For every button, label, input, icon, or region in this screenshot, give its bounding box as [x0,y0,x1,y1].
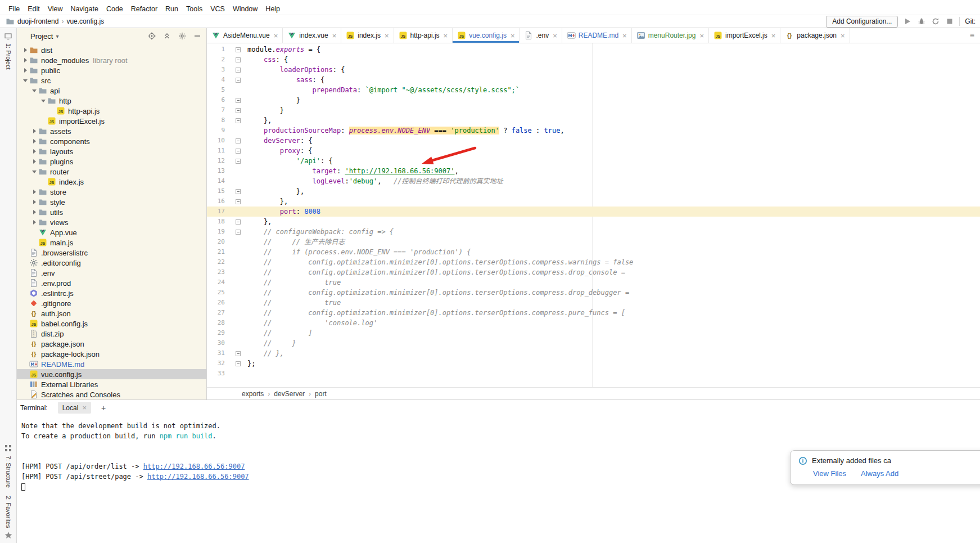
terminal-link[interactable]: http://192.168.66.56:9007 [143,463,245,470]
fold-icon[interactable] [236,98,241,103]
chevron-right-icon[interactable] [30,129,38,133]
refresh-icon[interactable] [931,17,940,26]
terminal-link[interactable]: http://192.168.66.56:9007 [147,473,249,481]
close-icon[interactable]: × [385,32,389,40]
tree-item-src[interactable]: src [17,75,206,86]
close-icon[interactable]: × [841,32,845,40]
breadcrumb-item[interactable]: duoji-frontend [17,17,58,25]
code-line[interactable]: 26 // true [207,298,980,308]
play-icon[interactable] [903,17,912,26]
code-line[interactable]: 10 devServer: { [207,136,980,146]
tool-button-7-structure[interactable]: 7: Structure [4,444,13,488]
fold-icon[interactable] [236,351,241,356]
tree-item-assets[interactable]: assets [17,126,206,136]
fold-icon[interactable] [236,159,241,164]
tab-http-api-js[interactable]: JShttp-api.js× [394,28,453,43]
tree-item-node_modules[interactable]: node_moduleslibrary root [17,55,206,65]
tree-item-importexcel-js[interactable]: JSimportExcel.js [17,116,206,126]
tool-button-1-project[interactable]: 1: Project [4,32,13,69]
close-icon[interactable]: × [332,32,337,40]
menu-item-vcs[interactable]: VCS [206,4,229,14]
code-line[interactable]: 14 logLevel:'debug', //控制台终端打印代理前的真实地址 [207,176,980,186]
tree-item-components[interactable]: components [17,136,206,146]
hide-icon[interactable] [193,32,202,41]
chevron-down-icon[interactable] [21,79,29,82]
tree-item--editorconfig[interactable]: .editorconfig [17,258,206,268]
code-line[interactable]: 31 // }, [207,348,980,358]
code-line[interactable]: 23 // config.optimization.minimizer[0].o… [207,267,980,277]
tree-item-app-vue[interactable]: App.vue [17,227,206,237]
menu-item-file[interactable]: File [4,4,24,14]
tree-item-package-lock-json[interactable]: {}package-lock.json [17,349,206,359]
menu-item-tools[interactable]: Tools [182,4,206,14]
tree-item--env[interactable]: .env [17,268,206,278]
tree-item-vue-config-js[interactable]: JSvue.config.js [17,369,206,379]
tree-item-package-json[interactable]: {}package.json [17,339,206,349]
new-terminal-button[interactable]: + [99,403,108,412]
tree-item--eslintrc-js[interactable]: .eslintrc.js [17,288,206,298]
tree-item-http[interactable]: http [17,96,206,106]
tab-list-icon[interactable]: ≡ [964,31,980,40]
fold-icon[interactable] [236,219,241,225]
code-line[interactable]: 13 target: 'http://192.168.66.56:9007', [207,166,980,176]
code-line[interactable]: 12 '/api': { [207,156,980,166]
tab-package-json[interactable]: {}package.json× [780,28,850,43]
tree-item-api[interactable]: api [17,86,206,96]
tab-importexcel-js[interactable]: JSimportExcel.js× [709,28,780,43]
tab-menurouter-jpg[interactable]: menuRouter.jpg× [632,28,709,43]
tree-item-layouts[interactable]: layouts [17,146,206,156]
chevron-right-icon[interactable] [30,210,38,214]
close-icon[interactable]: × [699,32,704,40]
menu-item-window[interactable]: Window [229,4,261,14]
code-line[interactable]: 30 // } [207,338,980,348]
tree-item-store[interactable]: store [17,187,206,197]
close-icon[interactable]: × [553,32,557,40]
tree-item-auth-json[interactable]: {}auth.json [17,308,206,318]
tab-index-vue[interactable]: index.vue× [283,28,341,43]
tree-item-index-js[interactable]: JSindex.js [17,177,206,187]
tree-item-public[interactable]: public [17,65,206,75]
code-line[interactable]: 20 // // 生产去除日志 [207,237,980,247]
tab-vue-config-js[interactable]: JSvue.config.js× [453,28,520,43]
chevron-right-icon[interactable] [21,48,29,52]
code-line[interactable]: 21 // if (process.env.NODE_ENV === 'prod… [207,247,980,257]
close-icon[interactable]: × [511,32,515,40]
add-configuration-button[interactable]: Add Configuration... [826,16,898,28]
code-line[interactable]: 28 // 'console.log' [207,318,980,328]
code-line[interactable]: 1module.exports = { [207,44,980,55]
chevron-right-icon[interactable] [30,159,38,164]
code-line[interactable]: 19 // configureWebpack: config => { [207,227,980,237]
code-line[interactable]: 24 // true [207,277,980,288]
tab-asidemenu-vue[interactable]: AsideMenu.vue× [207,28,283,43]
tab-readme-md[interactable]: README.md× [562,28,632,43]
code-line[interactable]: 11 proxy: { [207,146,980,156]
code-editor[interactable]: 1module.exports = {2 css: {3 loaderOptio… [207,43,980,387]
chevron-right-icon[interactable] [30,200,38,204]
menu-item-run[interactable]: Run [161,4,182,14]
fold-icon[interactable] [236,118,241,123]
code-line[interactable]: 32}; [207,358,980,369]
tab-index-js[interactable]: JSindex.js× [341,28,394,43]
close-icon[interactable]: × [274,32,278,40]
code-line[interactable]: 33 [207,369,980,379]
fold-icon[interactable] [236,149,241,154]
fold-icon[interactable] [236,108,241,113]
chevron-down-icon[interactable] [30,170,38,173]
code-line[interactable]: 27 // config.optimization.minimizer[0].o… [207,308,980,318]
close-icon[interactable]: × [771,32,776,40]
fold-icon[interactable] [236,361,241,366]
notification-action-always-add[interactable]: Always Add [861,469,898,478]
breadcrumb-item[interactable]: vue.config.js [66,17,104,25]
tree-item-readme-md[interactable]: README.md [17,359,206,369]
code-line[interactable]: 29 // ] [207,328,980,338]
settings-gear-icon[interactable] [178,32,187,41]
fold-icon[interactable] [236,230,241,235]
code-line[interactable]: 7 } [207,105,980,115]
fold-icon[interactable] [236,189,241,194]
breadcrumb-item[interactable]: exports [242,390,264,398]
tree-item-dist-zip[interactable]: dist.zip [17,329,206,339]
menu-item-navigate[interactable]: Navigate [67,4,102,14]
fold-icon[interactable] [236,199,241,204]
tree-item-plugins[interactable]: plugins [17,156,206,167]
fold-icon[interactable] [236,78,241,83]
